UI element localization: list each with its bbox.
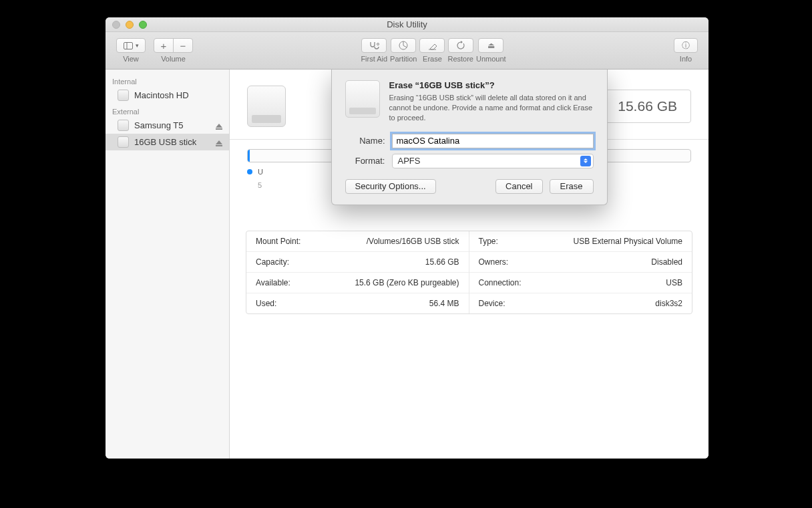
first-aid-button[interactable] (361, 38, 387, 53)
usage-legend-label: U (258, 168, 263, 176)
drive-icon (118, 90, 129, 101)
sidebar-item-samsung-t5[interactable]: Samsung T5 (106, 117, 229, 134)
sidebar-external-header: External (106, 104, 229, 117)
svg-rect-0 (124, 42, 132, 49)
eject-icon: ⏏ (487, 41, 495, 50)
info-row: Owners:Disabled (469, 252, 692, 273)
info-row: Device:disk3s2 (469, 293, 692, 313)
info-row: Connection:USB (469, 273, 692, 293)
erase-label: Erase (423, 55, 442, 63)
info-button[interactable]: ⓘ (674, 38, 698, 53)
sheet-body: Erasing “16GB USB stick” will delete all… (389, 93, 594, 123)
traffic-lights (106, 21, 147, 29)
sidebar-icon (124, 42, 133, 49)
select-arrows-icon (580, 156, 591, 166)
erase-button[interactable] (419, 38, 445, 53)
format-value: APFS (398, 156, 421, 166)
usage-fill (248, 150, 250, 162)
svg-point-2 (377, 43, 379, 45)
format-select[interactable]: APFS (392, 154, 594, 168)
partition-button[interactable] (391, 38, 416, 53)
info-label: Info (680, 55, 692, 63)
restore-icon (456, 41, 465, 50)
titlebar: Disk Utility (106, 17, 708, 32)
restore-button[interactable] (448, 38, 473, 53)
info-icon: ⓘ (682, 40, 690, 51)
toolbar-info-group: ⓘ Info (674, 38, 698, 63)
name-label: Name: (345, 136, 385, 146)
toolbar: ▾ View + − Volume First Aid (106, 32, 708, 70)
info-row: Mount Point:/Volumes/16GB USB stick (246, 231, 469, 252)
add-volume-button[interactable]: + (154, 38, 174, 53)
security-options-button[interactable]: Security Options... (345, 179, 436, 194)
info-table: Mount Point:/Volumes/16GB USB stick Capa… (246, 231, 692, 314)
volume-icon (247, 86, 286, 127)
first-aid-label: First Aid (361, 55, 387, 63)
pie-icon (399, 41, 408, 50)
view-button[interactable]: ▾ (116, 38, 146, 53)
usage-legend-dot (247, 169, 252, 174)
toolbar-volume-group: + − Volume (154, 38, 193, 63)
sidebar-item-label: Macintosh HD (134, 90, 189, 100)
content: Internal Macintosh HD External Samsung T… (106, 70, 708, 459)
sidebar: Internal Macintosh HD External Samsung T… (106, 70, 230, 459)
usage-legend-size: 5 (258, 181, 262, 189)
volume-label: Volume (161, 55, 186, 63)
sidebar-internal-header: Internal (106, 74, 229, 87)
disk-utility-window: Disk Utility ▾ View + − Volume (106, 17, 708, 459)
eraser-icon (427, 41, 437, 50)
unmount-button[interactable]: ⏏ (478, 38, 503, 53)
volume-size: 15.66 GB (604, 90, 691, 123)
plus-icon: + (161, 40, 167, 51)
sidebar-item-macintosh-hd[interactable]: Macintosh HD (106, 87, 229, 104)
minimize-button[interactable] (126, 21, 134, 29)
info-row: Used:56.4 MB (246, 293, 469, 313)
chevron-down-icon: ▾ (136, 42, 139, 49)
view-label: View (123, 55, 139, 63)
drive-icon (345, 80, 380, 118)
eject-icon[interactable] (216, 140, 222, 144)
window-title: Disk Utility (106, 19, 708, 29)
sheet-heading: Erase “16GB USB stick”? (389, 80, 594, 90)
format-label: Format: (345, 156, 385, 166)
sidebar-item-label: 16GB USB stick (134, 137, 196, 147)
info-row: Available:15.6 GB (Zero KB purgeable) (246, 273, 469, 293)
partition-label: Partition (390, 55, 417, 63)
restore-label: Restore (447, 55, 473, 63)
name-input[interactable] (392, 134, 594, 148)
stethoscope-icon (369, 41, 379, 50)
eject-icon[interactable] (216, 124, 222, 128)
erase-sheet: Erase “16GB USB stick”? Erasing “16GB US… (331, 70, 608, 205)
close-button[interactable] (112, 21, 120, 29)
unmount-label: Unmount (476, 55, 506, 63)
drive-icon (118, 136, 129, 148)
sidebar-item-16gb-usb-stick[interactable]: 16GB USB stick (106, 134, 229, 150)
cancel-button[interactable]: Cancel (495, 179, 542, 194)
minus-icon: − (180, 40, 186, 51)
remove-volume-button[interactable]: − (173, 38, 193, 53)
zoom-button[interactable] (139, 21, 147, 29)
toolbar-view-group: ▾ View (116, 38, 146, 63)
erase-confirm-button[interactable]: Erase (550, 179, 594, 194)
drive-icon (118, 120, 129, 131)
info-row: Capacity:15.66 GB (246, 252, 469, 273)
detail-pane: d) 15.66 GB U 5 Mount Point:/Volumes/1 (230, 70, 708, 459)
sidebar-item-label: Samsung T5 (134, 120, 183, 130)
info-row: Type:USB External Physical Volume (469, 231, 692, 252)
